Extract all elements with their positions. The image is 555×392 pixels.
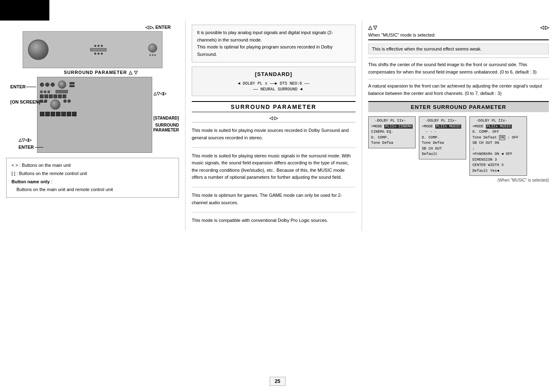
panel1-highlight: PLIIx CINEMA — [384, 125, 413, 129]
legend-text2: : Buttons on the remote control unit — [16, 171, 87, 176]
db-big6 — [67, 112, 71, 116]
standard-title: [STANDARD] — [197, 71, 350, 77]
surround-section-header: SURROUND PARAMETER — [192, 101, 355, 112]
legend-line2: [ ] : Buttons on the remote control unit — [12, 170, 174, 178]
panel3-l9: CENTER WIDTH 3 — [472, 163, 524, 168]
when-music-label: When "MUSIC" mode is selected: — [368, 32, 549, 37]
panel2-l7: Default — [422, 152, 463, 157]
s-dot1 — [149, 54, 151, 56]
legend-colon: : — [50, 179, 52, 184]
panel3-l5: SB CH OUT ON — [472, 141, 524, 146]
shift-text: This shifts the center of the sound fiel… — [368, 61, 549, 76]
db-row3-btns — [40, 95, 66, 98]
db-sq1 — [40, 95, 44, 98]
panel3-l6: ↓ — [472, 146, 524, 152]
when-music-caption: (When "MUSIC" is selected) — [368, 178, 549, 182]
parameter-label2: PARAMETER — [153, 128, 179, 132]
db-c7 — [67, 99, 71, 103]
legend-line4: Buttons on the main unit and remote cont… — [12, 186, 174, 194]
db-r2 — [70, 85, 74, 87]
right-knob-area — [148, 44, 157, 56]
enter-bottom-line — [35, 147, 43, 148]
legend-sym1: < > — [12, 163, 18, 168]
game-text: This mode is optimum for games. The GAME… — [192, 189, 355, 209]
arrows2-header: ◁ ▷ — [540, 25, 549, 30]
page-number: 25 — [269, 377, 286, 386]
full-page: ◁ ▷, ENTER — [0, 0, 555, 392]
db-row2 — [40, 90, 149, 93]
divider1 — [192, 148, 355, 148]
panel3-l1: -DOLBY PL IIx- — [472, 118, 524, 124]
panel3-highlight: PLIIx MUSIC — [486, 125, 512, 129]
panel3-l8: DIMENSION 3 — [472, 157, 524, 163]
panel1-l4: D. COMP. — [371, 135, 413, 141]
legend-line3: Button name only : — [12, 178, 174, 186]
divider3 — [192, 212, 355, 212]
db-row3 — [40, 95, 149, 98]
legend-box: < > : Buttons on the main unit [ ] : But… — [6, 158, 179, 198]
db-big1 — [40, 112, 44, 116]
panel1-l3: CINEMA EQ. — [371, 129, 413, 135]
db-main-knob2 — [50, 99, 60, 110]
onscreen-line — [37, 102, 46, 102]
main-knob — [28, 39, 49, 60]
db-sq5 — [58, 95, 62, 98]
page-number-area: 25 — [269, 377, 286, 386]
device-top-image — [23, 31, 163, 68]
standard-section: [STANDARD] ◄ DOLBY PL x ——► DTS NEO:6 ——… — [192, 67, 355, 96]
panel3-l2: >MODE PLIIx MUSIC — [472, 124, 524, 130]
panel3-l3: D. COMP. OFF — [472, 129, 524, 135]
db-r1 — [70, 82, 74, 84]
panel2-l6: SB CH OUT — [422, 146, 463, 152]
panel3-l10: Default Yes◄ — [472, 168, 524, 174]
thin-hr1 — [368, 58, 549, 58]
db-row1 — [40, 81, 149, 89]
arrows-header: △ ▽ — [368, 25, 377, 30]
info-line2: This mode is optimal for playing program… — [197, 44, 350, 58]
arrows-bottom: △▽◁▷ — [19, 138, 32, 142]
dot6 — [101, 53, 103, 55]
screen-panel-1: -DOLBY PL IIx- >MODE PLIIx CINEMA CINEMA… — [368, 116, 416, 148]
db-big3 — [51, 112, 55, 116]
db-sc3 — [47, 90, 50, 93]
s-dot2 — [152, 54, 153, 56]
panel2-l4: D. COMP. — [422, 135, 463, 141]
db-btns — [70, 82, 74, 87]
enter-label-top: ◁ ▷, ENTER — [6, 25, 171, 30]
dot1 — [94, 45, 96, 47]
header-bar — [0, 0, 49, 21]
right-header-row: △ ▽ ◁ ▷ — [368, 25, 549, 30]
natural-text: A natural expansion to the front can be … — [368, 83, 549, 97]
small-dots — [149, 54, 156, 56]
legend-text4: Buttons on the main unit and remote cont… — [16, 187, 113, 192]
panel3-l4: Tone Defeat ON : OFF — [472, 135, 524, 141]
db-big7 — [72, 112, 77, 116]
thick-hr — [368, 39, 549, 40]
panel1-l2: >MODE PLIIx CINEMA — [371, 124, 413, 130]
dot5 — [98, 53, 100, 55]
db-big2 — [45, 112, 50, 116]
on-screen-label: [ON SCREEN] — [10, 99, 40, 104]
info-box: It is possible to play analog input sign… — [192, 25, 355, 62]
left-column: ◁ ▷, ENTER — [0, 21, 185, 202]
bottom-device-area: ENTER [ON SCREEN] △▽◁▷ — [10, 77, 179, 153]
db-knob — [58, 81, 66, 89]
panel2-l2: >MODE PLIIx MUSIC — [422, 124, 463, 130]
legend-bold: Button name only — [12, 179, 50, 184]
screen-panel-3: -DOLBY PL IIx- >MODE PLIIx MUSIC D. COMP… — [469, 116, 527, 176]
db-sq3 — [49, 95, 53, 98]
dot3 — [101, 45, 103, 47]
db-c2 — [45, 83, 49, 87]
legend-sym2: [ ] — [12, 171, 15, 176]
db-c6 — [63, 99, 67, 103]
db-small-row — [40, 90, 50, 93]
device-middle — [90, 45, 107, 55]
db-display — [56, 90, 68, 93]
db-sc2 — [44, 90, 46, 93]
screen-panel-2: -DOLBY PL IIx- >MODE PLIIx MUSIC - - - D… — [419, 116, 466, 159]
enter-label-left: ENTER — [10, 84, 26, 89]
panel1-l5: Tone Defea — [371, 141, 413, 146]
db-big5 — [61, 112, 66, 116]
middle-column: It is possible to play analog input sign… — [185, 21, 362, 231]
panel2-l3: - - - — [422, 129, 463, 135]
